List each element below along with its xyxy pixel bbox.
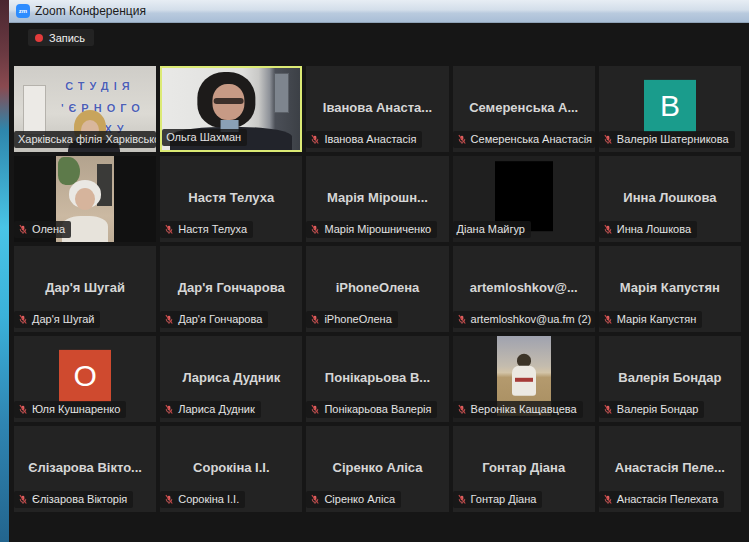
name-label: Діана Майгур — [453, 221, 531, 238]
participant-display-name: Лариса Дудник — [164, 370, 298, 385]
participant-tile[interactable]: Понікарьова В...Понікарьова Валерія — [306, 336, 448, 422]
name-label: Семеренська Анастасія — [453, 131, 595, 148]
muted-mic-icon — [310, 404, 320, 415]
name-label: Валерія Шатерникова — [599, 131, 735, 148]
participant-display-name: Іванова Анаста... — [310, 100, 444, 115]
participant-name-text: Понікарьова Валерія — [324, 403, 431, 415]
initial-avatar: В — [644, 80, 696, 132]
participant-tile[interactable]: Марія Мірошн...Марія Мірошниченко — [306, 156, 448, 242]
participant-tile[interactable]: Діана Майгур — [453, 156, 595, 242]
participant-name-text: iPhoneОлена — [324, 313, 391, 325]
studio-wall-text: СТУДІЯ — [65, 80, 134, 92]
zoom-app-icon: zm — [16, 4, 30, 18]
participant-tile[interactable]: Єлізарова Вікто...Єлізарова Вікторія — [14, 426, 156, 512]
muted-mic-icon — [18, 494, 28, 505]
participant-name-text: Сіренко Аліса — [324, 493, 395, 505]
recording-label: Запись — [49, 32, 85, 44]
participant-name-text: artemloshkov@ua.fm (2) — [471, 313, 592, 325]
participant-display-name: Марія Капустян — [603, 280, 737, 295]
muted-mic-icon — [164, 314, 174, 325]
window-title: Zoom Конференция — [35, 4, 146, 18]
participant-tile[interactable]: ВВалерія Шатерникова — [599, 66, 741, 152]
participant-tile[interactable]: Лариса ДудникЛариса Дудник — [160, 336, 302, 422]
participant-display-name: Дар'я Гончарова — [164, 280, 298, 295]
participant-display-name: Єлізарова Вікто... — [18, 460, 152, 475]
muted-mic-icon — [18, 404, 28, 415]
titlebar[interactable]: zm Zoom Конференция — [9, 0, 749, 23]
participant-display-name: iPhoneОлена — [310, 280, 444, 295]
participant-name-text: Настя Телуха — [178, 223, 247, 235]
participant-name-text: Дар'я Шугай — [32, 313, 94, 325]
participant-tile[interactable]: Гонтар ДіанаГонтар Діана — [453, 426, 595, 512]
name-label: Вероніка Кащавцева — [453, 401, 583, 418]
name-label: Дар'я Шугай — [14, 311, 100, 328]
name-label: Ольга Шахман — [162, 129, 247, 146]
background-shelf — [274, 73, 290, 113]
participant-tile[interactable]: Настя ТелухаНастя Телуха — [160, 156, 302, 242]
participant-tile[interactable]: СТУДІЯ'ЄРНОГОІХУХарківська філія Харківс… — [14, 66, 156, 152]
glasses — [214, 98, 244, 104]
muted-mic-icon — [603, 314, 613, 325]
participant-tile[interactable]: Дар'я ШугайДар'я Шугай — [14, 246, 156, 332]
participant-tile[interactable]: Олена — [14, 156, 156, 242]
name-label: Марія Капустян — [599, 311, 702, 328]
muted-mic-icon — [18, 314, 28, 325]
participant-tile[interactable]: Ольга Шахман — [160, 66, 302, 152]
name-label: Лариса Дудник — [160, 401, 261, 418]
participant-tile[interactable]: iPhoneОленаiPhoneОлена — [306, 246, 448, 332]
recording-indicator[interactable]: Запись — [28, 29, 94, 46]
name-label: Марія Мірошниченко — [306, 221, 437, 238]
name-label: Харківська філія Харківськог... — [14, 131, 156, 148]
participant-display-name: Понікарьова В... — [310, 370, 444, 385]
name-label: Юля Кушнаренко — [14, 401, 126, 418]
zoom-window: zm Zoom Конференция Запись СТУДІЯ'ЄРНОГО… — [9, 0, 749, 542]
participant-tile[interactable]: Анастасія Пеле...Анастасія Пелехата — [599, 426, 741, 512]
participant-name-text: Валерія Бондар — [617, 403, 699, 415]
participant-tile[interactable]: Сіренко АлісаСіренко Аліса — [306, 426, 448, 512]
muted-mic-icon — [457, 494, 467, 505]
participant-name-text: Анастасія Пелехата — [617, 493, 718, 505]
muted-mic-icon — [457, 404, 467, 415]
muted-mic-icon — [310, 134, 320, 145]
participant-name-text: Марія Мірошниченко — [324, 223, 431, 235]
participant-tile[interactable]: Вероніка Кащавцева — [453, 336, 595, 422]
participant-name-text: Гонтар Діана — [471, 493, 537, 505]
participant-name-text: Семеренська Анастасія — [471, 133, 592, 145]
name-label: iPhoneОлена — [306, 311, 397, 328]
meeting-content: Запись СТУДІЯ'ЄРНОГОІХУХарківська філія … — [9, 23, 749, 542]
participant-tile[interactable]: ОЮля Кушнаренко — [14, 336, 156, 422]
participant-name-text: Харківська філія Харківськог... — [18, 133, 156, 145]
participant-tile[interactable]: Іванова Анаста...Іванова Анастасія — [306, 66, 448, 152]
person-face — [75, 188, 95, 210]
muted-mic-icon — [603, 494, 613, 505]
participant-name-text: Вероніка Кащавцева — [471, 403, 577, 415]
participant-name-text: Валерія Шатерникова — [617, 133, 729, 145]
name-label: Олена — [14, 221, 71, 238]
participant-name-text: Ольга Шахман — [166, 131, 241, 143]
participant-name-text: Лариса Дудник — [178, 403, 255, 415]
muted-mic-icon — [310, 224, 320, 235]
participant-tile[interactable]: Марія КапустянМарія Капустян — [599, 246, 741, 332]
participant-name-text: Олена — [32, 223, 65, 235]
participant-name-text: Сорокіна І.І. — [178, 493, 239, 505]
participant-tile[interactable]: Инна ЛошковаИнна Лошкова — [599, 156, 741, 242]
muted-mic-icon — [164, 404, 174, 415]
studio-wall-text: 'ЄРНОГО — [61, 102, 145, 114]
muted-mic-icon — [457, 134, 467, 145]
participant-display-name: Валерія Бондар — [603, 370, 737, 385]
participant-tile[interactable]: Дар'я ГончароваДар'я Гончарова — [160, 246, 302, 332]
participants-grid: СТУДІЯ'ЄРНОГОІХУХарківська філія Харківс… — [14, 66, 741, 512]
muted-mic-icon — [18, 224, 28, 235]
participant-tile[interactable]: Семеренська А...Семеренська Анастасія — [453, 66, 595, 152]
muted-mic-icon — [310, 314, 320, 325]
name-label: Валерія Бондар — [599, 401, 705, 418]
participant-display-name: Семеренська А... — [457, 100, 591, 115]
person-sash — [515, 377, 533, 381]
participant-name-text: Дар'я Гончарова — [178, 313, 262, 325]
participant-tile[interactable]: artemloshkov@...artemloshkov@ua.fm (2) — [453, 246, 595, 332]
name-label: Гонтар Діана — [453, 491, 543, 508]
participant-tile[interactable]: Сорокіна І.І.Сорокіна І.І. — [160, 426, 302, 512]
recording-dot-icon — [35, 34, 43, 42]
name-label: Дар'я Гончарова — [160, 311, 268, 328]
participant-tile[interactable]: Валерія БондарВалерія Бондар — [599, 336, 741, 422]
